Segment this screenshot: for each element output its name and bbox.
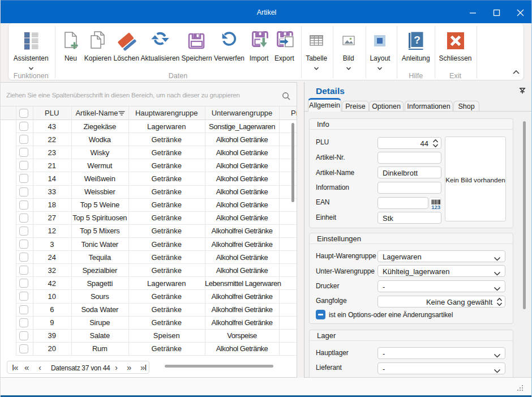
svg-text:?: ? [414, 34, 421, 46]
svg-text:123: 123 [431, 204, 440, 210]
